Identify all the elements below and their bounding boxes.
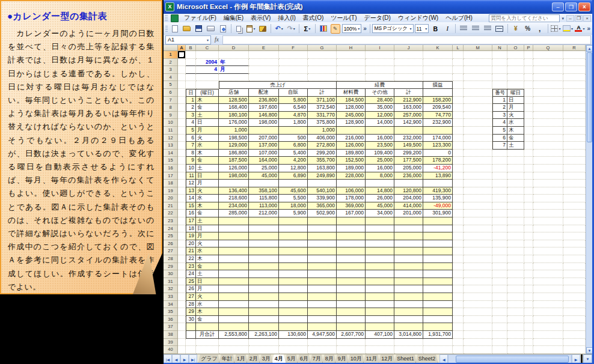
percent-style-button[interactable]: % <box>522 23 533 34</box>
row-header-39[interactable]: 39 <box>164 339 178 347</box>
grid-cell-G14[interactable]: 299,200 <box>308 150 337 157</box>
zoom-select[interactable]: 100%▾ <box>342 23 362 34</box>
grid-cell-P35[interactable] <box>524 308 533 316</box>
grid-cell-K15[interactable]: 178,200 <box>423 157 453 165</box>
grid-cell-O24[interactable] <box>507 225 524 233</box>
grid-cell-D20[interactable]: 218,600 <box>219 195 249 202</box>
vertical-scrollbar[interactable]: ▲ ▼ <box>586 45 592 354</box>
grid-cell-K40[interactable] <box>423 346 453 354</box>
row-header-21[interactable]: 21 <box>164 202 178 210</box>
grid-cell-E4[interactable] <box>249 74 279 82</box>
grid-cell-K39[interactable] <box>423 339 453 347</box>
grid-cell-M37[interactable] <box>464 323 492 331</box>
grid-cell-Q5[interactable] <box>533 81 563 89</box>
redo-button[interactable]: ↷▾ <box>286 23 296 34</box>
grid-cell-A24[interactable] <box>178 225 186 233</box>
grid-cell-D19[interactable]: 136,400 <box>219 187 249 195</box>
grid-cell-L36[interactable] <box>453 316 464 324</box>
grid-cell-M39[interactable] <box>464 339 492 347</box>
grid-cell-K1[interactable] <box>423 51 453 59</box>
grid-cell-G28[interactable] <box>308 255 337 263</box>
grid-cell-I38[interactable]: 407,100 <box>366 331 394 339</box>
grid-cell-M3[interactable] <box>464 66 492 74</box>
grid-cell-R11[interactable] <box>563 127 586 135</box>
grid-cell-N5[interactable] <box>492 81 507 89</box>
scroll-right-icon[interactable]: ▶ <box>572 354 580 364</box>
grid-cell-L19[interactable] <box>453 187 464 195</box>
grid-cell-R18[interactable] <box>563 180 586 187</box>
grid-cell-K34[interactable] <box>423 301 453 309</box>
grid-cell-I13[interactable]: 23,500 <box>366 142 394 150</box>
row-header-36[interactable]: 36 <box>164 316 178 324</box>
vertical-scroll-thumb[interactable] <box>587 52 592 142</box>
grid-cell-M38[interactable] <box>464 331 492 339</box>
grid-cell-H28[interactable] <box>337 255 366 263</box>
grid-cell-N31[interactable] <box>492 278 507 286</box>
grid-cell-Q34[interactable] <box>533 301 563 309</box>
grid-cell-B2[interactable] <box>186 59 196 67</box>
grid-cell-A20[interactable] <box>178 195 186 202</box>
grid-cell-I39[interactable] <box>366 339 394 347</box>
grid-cell-C25[interactable]: 月 <box>196 232 219 240</box>
grid-cell-A35[interactable] <box>178 308 186 316</box>
grid-cell-I30[interactable] <box>366 270 394 278</box>
grid-cell-J35[interactable] <box>394 308 423 316</box>
column-header-O[interactable]: O <box>507 45 524 51</box>
grid-cell-I37[interactable] <box>366 323 394 331</box>
row-header-14[interactable]: 14 <box>164 150 178 157</box>
grid-cell-O21[interactable] <box>507 202 524 210</box>
grid-cell-M35[interactable] <box>464 308 492 316</box>
font-size-select[interactable]: 11▾ <box>415 23 429 34</box>
grid-cell-D26[interactable] <box>219 240 249 248</box>
grid-cell-E3[interactable] <box>249 66 279 74</box>
grid-cell-K9[interactable]: 74,770 <box>423 112 453 120</box>
column-header-E[interactable]: E <box>249 45 279 51</box>
grid-cell-F22[interactable]: 5,900 <box>279 210 308 217</box>
select-all-corner[interactable] <box>164 45 178 51</box>
grid-cell-K16[interactable]: -41,200 <box>423 165 453 172</box>
grid-cell-F9[interactable]: 4,870 <box>279 112 308 120</box>
grid-cell-M26[interactable] <box>464 240 492 248</box>
grid-cell-N16[interactable] <box>492 165 507 172</box>
grid-cell-Q24[interactable] <box>533 225 563 233</box>
grid-cell-E7[interactable]: 236,800 <box>249 97 279 105</box>
row-header-27[interactable]: 27 <box>164 247 178 255</box>
grid-cell-I14[interactable]: 109,400 <box>366 150 394 157</box>
grid-cell-R39[interactable] <box>563 339 586 347</box>
grid-cell-P22[interactable] <box>524 210 533 217</box>
grid-cell-M23[interactable] <box>464 217 492 225</box>
grid-cell-M18[interactable] <box>464 180 492 187</box>
grid-cell-M21[interactable] <box>464 202 492 210</box>
grid-cell-K14[interactable]: 0 <box>423 150 453 157</box>
grid-cell-C3[interactable]: 4 <box>196 66 219 74</box>
grid-cell-Q18[interactable] <box>533 180 563 187</box>
grid-cell-F8[interactable]: 6,540 <box>279 104 308 112</box>
grid-cell-F39[interactable] <box>279 339 308 347</box>
grid-cell-J7[interactable]: 212,900 <box>394 97 423 105</box>
window-split-handle[interactable] <box>581 354 583 364</box>
grid-cell-E6[interactable]: 配達 <box>249 89 279 97</box>
grid-cell-R6[interactable] <box>563 89 586 97</box>
grid-cell-J38[interactable]: 3,014,800 <box>394 331 423 339</box>
sheet-tab-10月[interactable]: 10月 <box>348 354 365 364</box>
row-header-3[interactable]: 3 <box>164 66 178 74</box>
grid-cell-F37[interactable] <box>279 323 308 331</box>
new-button[interactable] <box>170 23 180 34</box>
sheet-tab-8月[interactable]: 8月 <box>322 354 337 364</box>
grid-cell-H22[interactable]: 167,000 <box>337 210 366 217</box>
grid-cell-N37[interactable] <box>492 323 507 331</box>
grid-cell-E11[interactable] <box>249 127 279 135</box>
sheet-tab-4月[interactable]: 4月 <box>272 354 286 364</box>
grid-cell-N4[interactable] <box>492 74 507 82</box>
grid-cell-H10[interactable]: 128,900 <box>337 119 366 127</box>
grid-cell-O25[interactable] <box>507 232 524 240</box>
grid-cell-N17[interactable] <box>492 172 507 180</box>
grid-cell-R5[interactable] <box>563 81 586 89</box>
grid-cell-D11[interactable]: 1,000 <box>219 127 249 135</box>
row-header-13[interactable]: 13 <box>164 142 178 150</box>
grid-cell-J23[interactable] <box>394 217 423 225</box>
grid-cell-F24[interactable] <box>279 225 308 233</box>
grid-cell-Q33[interactable] <box>533 293 563 301</box>
grid-cell-P3[interactable] <box>524 66 533 74</box>
grid-cell-E17[interactable]: 45,000 <box>249 172 279 180</box>
